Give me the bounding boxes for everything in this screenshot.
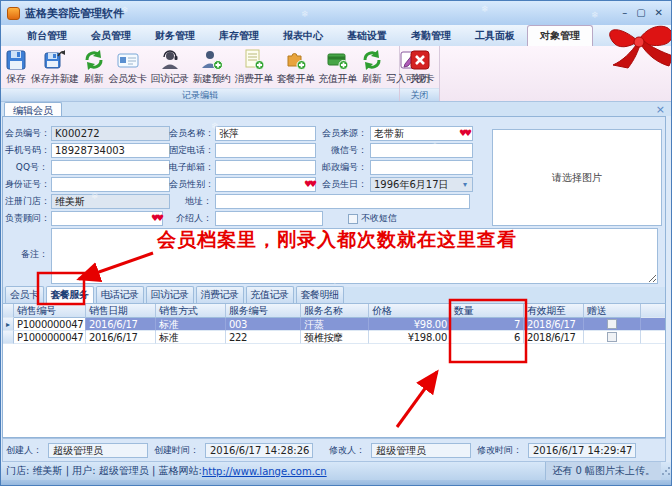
refresh-icon: [83, 49, 105, 71]
tab-recharge-records[interactable]: 充值记录: [246, 286, 294, 303]
cell-quantity[interactable]: 6: [451, 331, 524, 344]
col-header-service-no[interactable]: 服务编号: [226, 304, 301, 318]
visit-record-button[interactable]: 回访记录: [149, 47, 191, 88]
ribbon-tab-settings[interactable]: 基础设置: [335, 26, 399, 46]
close-panel-toolbar-button[interactable]: 关闭: [407, 47, 433, 88]
chevron-down-icon[interactable]: ▾: [463, 177, 467, 192]
minimize-button[interactable]: –: [622, 8, 627, 18]
heart-lookup-icon[interactable]: ♥♥: [151, 211, 161, 226]
cell-price[interactable]: ¥198.00: [369, 331, 451, 344]
email-field[interactable]: [215, 160, 316, 175]
maximize-button[interactable]: ▢: [636, 8, 645, 18]
cell-valid-until[interactable]: 2018/6/17: [524, 331, 584, 344]
cell-sale-method[interactable]: 标准: [156, 331, 226, 344]
heart-lookup-icon[interactable]: ♥♥: [304, 177, 314, 192]
register-store-field[interactable]: [51, 194, 170, 209]
no-sms-checkbox[interactable]: 不收短信: [348, 212, 397, 225]
tab-consume-records[interactable]: 消费记录: [196, 286, 244, 303]
tab-edit-member[interactable]: 编辑会员: [4, 102, 62, 117]
cell-service-name[interactable]: 颈椎按摩: [301, 331, 369, 344]
package-billing-button[interactable]: 套餐开单: [275, 47, 317, 88]
modified-by-label: 修改人：: [329, 444, 365, 457]
operator-icon: [159, 49, 181, 71]
cell-service-name[interactable]: 汗蒸: [301, 318, 369, 331]
recharge-billing-button[interactable]: 充值开单: [317, 47, 359, 88]
col-header-sale-no[interactable]: 销售编号: [14, 304, 86, 318]
member-name-field[interactable]: [215, 126, 316, 141]
save-button[interactable]: 保存: [3, 47, 29, 88]
ribbon-tab-inventory[interactable]: 库存管理: [207, 26, 271, 46]
introducer-field[interactable]: [215, 211, 323, 226]
cell-gift[interactable]: [584, 318, 641, 331]
ribbon-tab-attendance[interactable]: 考勤管理: [399, 26, 463, 46]
website-link[interactable]: http://www.lange.com.cn: [202, 466, 327, 477]
mobile-phone-field[interactable]: [51, 143, 170, 158]
table-row[interactable]: ▸ P1000000047 2016/6/17 标准 003 汗蒸 ¥98.00…: [3, 318, 665, 331]
col-header-gift[interactable]: 赠送: [584, 304, 641, 318]
puzzle-plus-icon: [285, 49, 307, 71]
field-label: QQ号：: [5, 160, 48, 175]
gender-field[interactable]: [215, 177, 316, 192]
ribbon-tab-reports[interactable]: 报表中心: [271, 26, 335, 46]
ribbon-tab-front-desk[interactable]: 前台管理: [15, 26, 79, 46]
person-plus-icon: [201, 49, 223, 71]
address-field[interactable]: [215, 194, 470, 209]
landline-field[interactable]: [215, 143, 316, 158]
heart-lookup-icon[interactable]: ♥♥: [459, 126, 469, 141]
card-plus-icon: [327, 49, 349, 71]
cell-service-no[interactable]: 222: [226, 331, 301, 344]
refresh-button[interactable]: 刷新: [81, 47, 107, 88]
col-header-price[interactable]: 价格: [369, 304, 451, 318]
ribbon-tab-members[interactable]: 会员管理: [79, 26, 143, 46]
ribbon-tab-finance[interactable]: 财务管理: [143, 26, 207, 46]
table-header-row: 销售编号 销售日期 销售方式 服务编号 服务名称 价格 数量 有效期至 赠送: [3, 304, 665, 318]
postal-code-field[interactable]: [370, 160, 473, 175]
cell-valid-until[interactable]: 2018/6/17: [524, 318, 584, 331]
refresh-button-2[interactable]: 刷新: [359, 47, 385, 88]
cell-sale-method[interactable]: 标准: [156, 318, 226, 331]
ribbon-tab-tools[interactable]: 工具面板: [463, 26, 527, 46]
tab-member-card[interactable]: 会员卡: [5, 286, 44, 303]
tab-visit-records[interactable]: 回访记录: [146, 286, 194, 303]
member-id-field[interactable]: [51, 126, 170, 141]
tab-package-service[interactable]: 套餐服务: [46, 286, 94, 303]
field-label: 负责顾问：: [5, 211, 48, 226]
id-number-field[interactable]: [51, 177, 170, 192]
document-plus-icon: [243, 49, 265, 71]
cell-sale-no[interactable]: P1000000047: [14, 331, 86, 344]
close-window-button[interactable]: ✕: [655, 8, 663, 18]
new-appointment-button[interactable]: 新建预约: [191, 47, 233, 88]
record-tab-strip: 会员卡 套餐服务 电话记录 回访记录 消费记录 充值记录 套餐明细: [2, 287, 666, 303]
checkbox-box[interactable]: [348, 214, 358, 224]
gift-checkbox[interactable]: [607, 332, 617, 342]
birthday-field[interactable]: [370, 177, 473, 192]
cell-sale-date[interactable]: 2016/6/17: [86, 318, 156, 331]
cell-price[interactable]: ¥98.00: [369, 318, 451, 331]
col-header-valid-until[interactable]: 有效期至: [524, 304, 584, 318]
consultant-field[interactable]: [51, 211, 163, 226]
col-header-sale-method[interactable]: 销售方式: [156, 304, 226, 318]
panel-close-icon[interactable]: ×: [656, 103, 665, 116]
ribbon-tab-objects[interactable]: 对象管理: [527, 25, 593, 46]
resize-grip[interactable]: [661, 466, 671, 476]
cell-sale-no[interactable]: P1000000047: [14, 318, 86, 331]
col-header-sale-date[interactable]: 销售日期: [86, 304, 156, 318]
member-source-field[interactable]: [370, 126, 473, 141]
cell-gift[interactable]: [584, 331, 641, 344]
table-row[interactable]: P1000000047 2016/6/17 标准 222 颈椎按摩 ¥198.0…: [3, 331, 665, 344]
qq-field[interactable]: [51, 160, 170, 175]
cell-service-no[interactable]: 003: [226, 318, 301, 331]
status-bar: 门店: 维美斯 | 用户: 超级管理员 | 蓝格网站: http://www.l…: [1, 462, 672, 480]
cell-sale-date[interactable]: 2016/6/17: [86, 331, 156, 344]
tab-package-details[interactable]: 套餐明细: [296, 286, 344, 303]
save-and-new-button[interactable]: 保存并新建: [29, 47, 81, 88]
col-header-quantity[interactable]: 数量: [451, 304, 524, 318]
cell-quantity[interactable]: 7: [451, 318, 524, 331]
gift-checkbox[interactable]: [607, 319, 617, 329]
member-photo-box[interactable]: 请选择图片: [492, 129, 662, 226]
issue-member-card-button[interactable]: 会员发卡: [107, 47, 149, 88]
tab-phone-records[interactable]: 电话记录: [96, 286, 144, 303]
consume-billing-button[interactable]: 消费开单: [233, 47, 275, 88]
wechat-field[interactable]: [370, 143, 473, 158]
col-header-service-name[interactable]: 服务名称: [301, 304, 369, 318]
